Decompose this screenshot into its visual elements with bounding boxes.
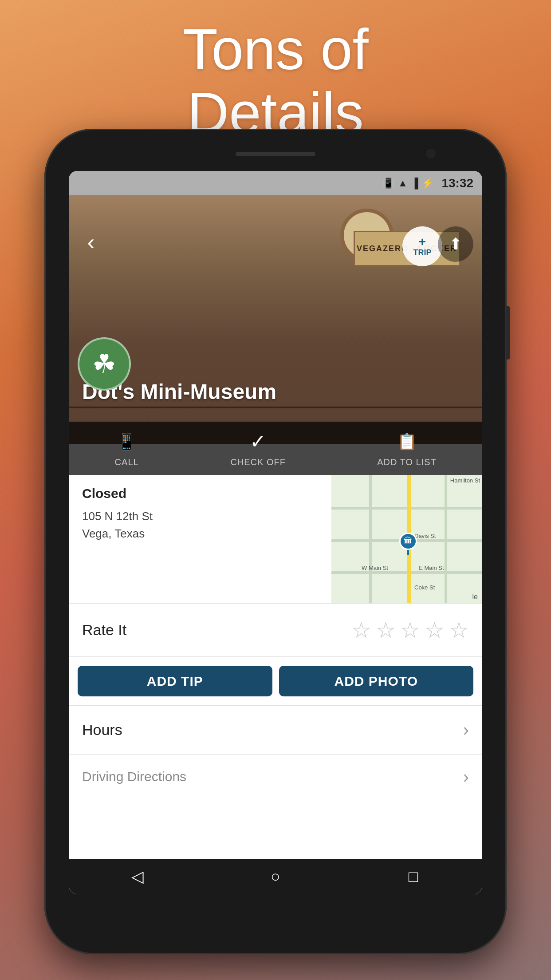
nav-back-icon: ◁	[131, 867, 144, 886]
add-to-list-icon: 📋	[395, 429, 419, 454]
rate-label: Rate It	[82, 621, 351, 639]
action-buttons-row: 📱 CALL ✓ CHECK OFF 📋 ADD TO LIST	[69, 422, 482, 475]
map-street-label: E Main St	[419, 565, 444, 571]
call-button[interactable]: 📱 CALL	[114, 429, 139, 467]
nav-recent-button[interactable]: □	[398, 861, 429, 892]
add-photo-button[interactable]: ADD PHOTO	[279, 666, 474, 696]
star-5[interactable]: ☆	[449, 617, 469, 643]
status-bar: 📳 ▲ ▐ ⚡ 13:32	[69, 171, 482, 195]
wifi-icon: ▲	[398, 178, 408, 189]
shamrock-icon: ☘	[92, 348, 116, 379]
nav-recent-icon: □	[409, 867, 418, 886]
phone-speaker	[236, 152, 315, 156]
add-to-list-button[interactable]: 📋 ADD TO LIST	[377, 429, 437, 467]
info-section: Closed 105 N 12th St Vega, Texas	[69, 475, 331, 603]
check-off-icon: ✓	[246, 429, 270, 454]
map-street-label: Coke St	[414, 584, 435, 591]
driving-directions-row[interactable]: Driving Directions ›	[69, 755, 482, 799]
status-time: 13:32	[441, 176, 473, 190]
vibrate-icon: 📳	[382, 178, 394, 189]
hero-image-area: VEGAZERO · LOCKER ‹ + TRIP ⬆ ☘ Visit D	[69, 195, 482, 444]
check-off-label: CHECK OFF	[230, 457, 286, 467]
map-pin-circle: 🏛	[399, 533, 417, 550]
back-button[interactable]: ‹	[78, 229, 104, 255]
map-street-label: Hamilton St	[450, 477, 480, 484]
address-line1: 105 N 12th St	[82, 510, 153, 523]
phone-camera	[426, 149, 436, 158]
closed-status: Closed	[82, 486, 318, 501]
map-road	[369, 475, 372, 603]
status-icons: 📳 ▲ ▐ ⚡ 13:32	[382, 176, 473, 190]
driving-directions-label: Driving Directions	[82, 769, 463, 784]
star-2[interactable]: ☆	[376, 617, 396, 643]
share-button[interactable]: ⬆	[438, 226, 473, 262]
trip-label: TRIP	[413, 248, 431, 257]
map-street-label: Davis St	[414, 533, 436, 539]
star-4[interactable]: ☆	[425, 617, 445, 643]
battery-icon: ⚡	[421, 178, 433, 189]
chevron-right-icon: ›	[463, 720, 469, 740]
hours-row[interactable]: Hours ›	[69, 706, 482, 755]
map-pin: 🏛	[399, 533, 417, 555]
cta-buttons-row: ADD TIP ADD PHOTO	[69, 657, 482, 706]
phone-screen: 📳 ▲ ▐ ⚡ 13:32 VEGAZERO · LOCKER ‹ + TRIP	[69, 171, 482, 894]
star-3[interactable]: ☆	[400, 617, 420, 643]
back-arrow-icon: ‹	[87, 231, 95, 253]
map-section[interactable]: Hamilton St Davis St W Main St E Main St…	[331, 475, 482, 603]
content-area: Closed 105 N 12th St Vega, Texas	[69, 475, 482, 894]
shamrock-badge: ☘	[78, 337, 131, 391]
check-off-button[interactable]: ✓ CHECK OFF	[230, 429, 286, 467]
address-line2: Vega, Texas	[82, 527, 145, 540]
nav-home-button[interactable]: ○	[260, 861, 291, 892]
map-grid: Hamilton St Davis St W Main St E Main St…	[331, 475, 482, 603]
star-1[interactable]: ☆	[351, 617, 371, 643]
map-street-label: W Main St	[362, 565, 388, 571]
share-icon: ⬆	[449, 235, 462, 253]
signal-icon: ▐	[411, 178, 418, 189]
map-pin-tail	[407, 550, 409, 555]
add-tip-button[interactable]: ADD TIP	[78, 666, 272, 696]
phone-side-button	[506, 306, 510, 360]
map-road	[445, 475, 447, 603]
info-map-row: Closed 105 N 12th St Vega, Texas	[69, 475, 482, 604]
headline-line1: Tons of	[182, 17, 368, 82]
chevron-right-icon-2: ›	[463, 767, 469, 787]
nav-home-icon: ○	[271, 867, 280, 886]
headline: Tons of Details	[0, 18, 551, 145]
phone-device: 📳 ▲ ▐ ⚡ 13:32 VEGAZERO · LOCKER ‹ + TRIP	[44, 129, 507, 954]
google-attribution: le	[472, 593, 478, 601]
plus-icon: +	[419, 236, 426, 248]
call-label: CALL	[115, 457, 139, 467]
add-to-trip-button[interactable]: + TRIP	[402, 226, 442, 266]
address: 105 N 12th St Vega, Texas	[82, 508, 318, 542]
add-to-list-label: ADD TO LIST	[377, 457, 437, 467]
nav-back-button[interactable]: ◁	[122, 861, 153, 892]
bottom-nav-bar: ◁ ○ □	[69, 859, 482, 894]
rate-section: Rate It ☆ ☆ ☆ ☆ ☆	[69, 604, 482, 657]
stars-row[interactable]: ☆ ☆ ☆ ☆ ☆	[351, 617, 469, 643]
museum-shelf	[69, 407, 482, 408]
hours-label: Hours	[82, 721, 463, 739]
call-icon: 📱	[114, 429, 139, 454]
